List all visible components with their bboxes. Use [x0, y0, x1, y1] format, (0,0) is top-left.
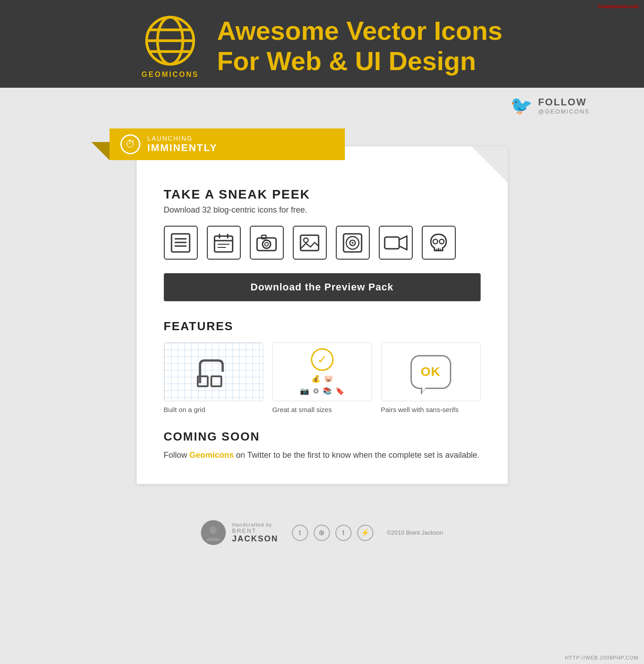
ribbon: ⏱ LAUNCHING IMMINENTLY [110, 128, 345, 160]
feature-sans-serifs-item: OK Pairs well with sans-serifs [381, 342, 481, 413]
svg-point-27 [439, 239, 444, 244]
handcrafted-label: Handcrafted by [232, 522, 278, 527]
sneak-peek-section: TAKE A SNEAK PEEK Download 32 blog-centr… [164, 187, 481, 301]
sneak-peek-title: TAKE A SNEAK PEEK [164, 187, 481, 202]
svg-point-24 [352, 242, 353, 244]
tumblr-icon[interactable]: t [335, 525, 352, 541]
grid-feature-icon [193, 351, 234, 392]
footer: Handcrafted by BRENT JACKSON t ⊕ t ⚡ ©20… [0, 511, 644, 563]
imminently-text: IMMINENTLY [148, 142, 218, 154]
coming-soon-section: COMING SOON Follow Geomicons on Twitter … [164, 430, 481, 461]
coming-soon-title: COMING SOON [164, 430, 481, 444]
launching-text: LAUNCHING [148, 135, 218, 142]
svg-point-26 [433, 239, 438, 244]
sneak-peek-desc: Download 32 blog-centric icons for free. [164, 205, 481, 215]
skull-icon [422, 226, 456, 260]
watermark-bottom: HTTP://WEB.2008PHP.COM [565, 655, 639, 660]
bird-icon: 🐦 [510, 95, 533, 116]
feature-grid-label: Built on a grid [164, 406, 205, 413]
header: GEOMICONS Awesome Vector Icons For Web &… [0, 0, 644, 88]
image-icon [293, 226, 327, 260]
copyright: ©2010 Brent Jackson [387, 529, 443, 536]
camera-icon [250, 226, 284, 260]
author-last-name: JACKSON [232, 534, 278, 544]
svg-rect-18 [262, 235, 266, 239]
follow-label: FOLLOW [538, 96, 587, 108]
svg-rect-32 [211, 376, 221, 386]
ok-bubble: OK [410, 355, 451, 389]
dribbble-icon[interactable]: ⊕ [314, 525, 330, 541]
watermark-top: Cnwebshow.com [598, 4, 639, 9]
svg-point-16 [262, 240, 271, 248]
social-icons: t ⊕ t ⚡ [292, 525, 373, 541]
features-title: FEATURES [164, 319, 481, 333]
download-button[interactable]: Download the Preview Pack [164, 273, 481, 301]
main-card: TAKE A SNEAK PEEK Download 32 blog-centr… [137, 147, 508, 484]
clock-circle: ⏱ [120, 134, 140, 154]
author-first-name: BRENT [232, 527, 278, 534]
icons-preview-row [164, 226, 481, 260]
checkmark-circle: ✓ [311, 348, 334, 371]
feature-small-sizes-item: ✓ 💰 🐷 📷 ⚙ 📚 🔖 [272, 342, 372, 413]
rss-icon[interactable]: ⚡ [357, 525, 373, 541]
header-title: Awesome Vector Icons For Web & UI Design [217, 16, 502, 76]
svg-rect-25 [385, 237, 399, 249]
svg-point-17 [265, 242, 268, 246]
feature-grid-item: Built on a grid [164, 342, 263, 413]
follow-handle: @GEOMICONS [538, 108, 590, 115]
svg-point-20 [304, 238, 308, 242]
feature-sans-label: Pairs well with sans-serifs [381, 406, 459, 413]
video-icon [379, 226, 413, 260]
twitter-icon[interactable]: t [292, 525, 308, 541]
author-avatar [201, 520, 226, 545]
follow-area[interactable]: 🐦 FOLLOW @GEOMICONS [510, 95, 590, 116]
vinyl-icon [336, 226, 370, 260]
geomicons-label: GEOMICONS [142, 71, 199, 79]
notepad-icon [164, 226, 198, 260]
calendar-icon [207, 226, 241, 260]
features-section: FEATURES Built on a g [164, 319, 481, 413]
globe-icon [143, 14, 197, 68]
coming-soon-text: Follow Geomicons on Twitter to be the fi… [164, 449, 481, 461]
feature-small-label: Great at small sizes [272, 406, 332, 413]
svg-point-33 [210, 526, 217, 534]
